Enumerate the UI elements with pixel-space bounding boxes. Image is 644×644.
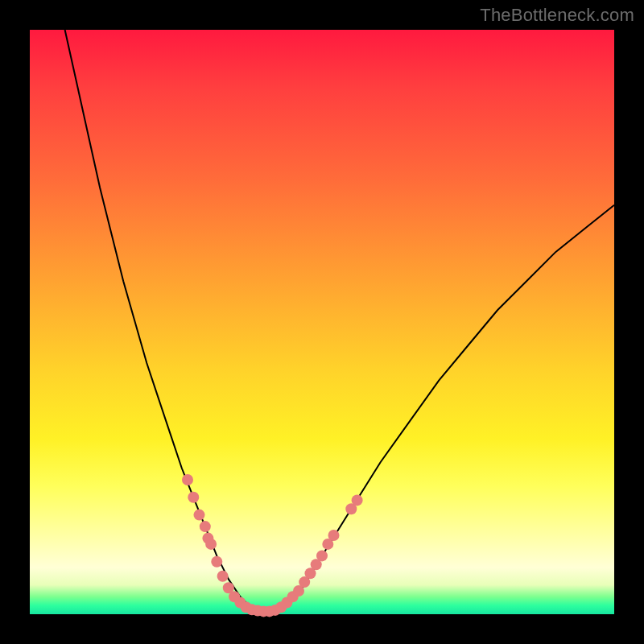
curve-marker [194, 510, 205, 521]
curve-marker [182, 474, 193, 485]
bottleneck-curve [65, 30, 614, 611]
curve-marker [316, 550, 328, 561]
chart-frame: TheBottleneck.com [0, 0, 644, 644]
curve-marker [205, 539, 217, 550]
curve-marker [211, 556, 222, 568]
watermark-text: TheBottleneck.com [480, 5, 634, 26]
chart-svg [30, 30, 614, 614]
curve-marker [188, 492, 199, 503]
curve-marker [217, 571, 229, 582]
plot-area [30, 30, 614, 614]
marker-group [182, 474, 363, 617]
curve-marker [200, 521, 211, 532]
curve-marker [328, 530, 340, 541]
curve-marker [352, 494, 363, 506]
